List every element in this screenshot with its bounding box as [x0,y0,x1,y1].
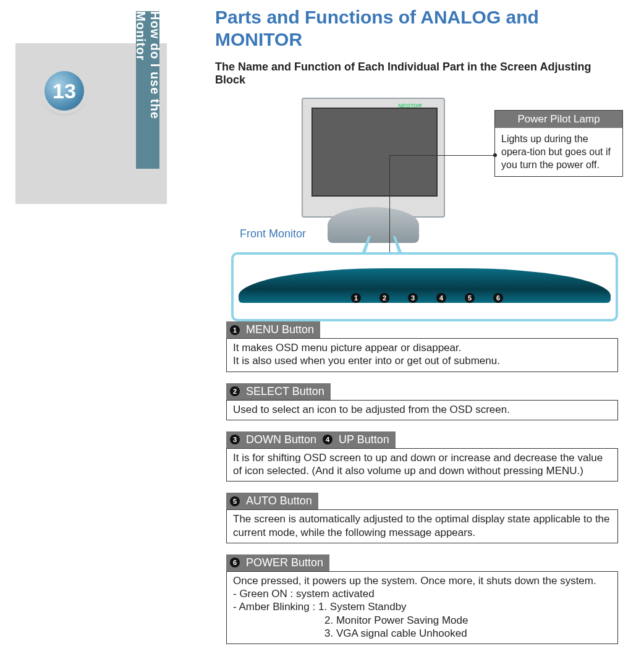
callout-title: Power Pilot Lamp [495,111,622,128]
section-body-line: Used to select an icon to be adjusted fr… [233,403,611,416]
button-strip-illustration: 123456 [231,252,618,321]
section-body: It is for shifting OSD screen to up and … [226,448,618,482]
number-badge-icon: 6 [230,558,240,567]
number-badge-icon: 3 [230,435,240,444]
button-strip-numbers: 123456 [351,293,503,303]
section-header-label: MENU Button [246,323,314,336]
section-header: 3DOWN Button4UP Button [226,431,396,448]
power-pilot-lamp-callout: Power Pilot Lamp Lights up during the op… [494,110,623,177]
section-header: 6POWER Button [226,554,329,571]
number-badge-icon: 4 [436,293,446,303]
callout-body: Lights up during the opera-tion but goes… [495,128,622,176]
section-body-line: - Green ON : system activated [233,587,611,600]
section-body: Once pressed, it powers up the system. O… [226,571,618,644]
section-body: Used to select an icon to be adjusted fr… [226,400,618,420]
section-body: It makes OSD menu picture appear or disa… [226,338,618,372]
front-monitor-label: Front Monitor [240,227,306,240]
section-body-line: 3. VGA signal cable Unhooked [233,627,611,640]
page-title: Parts and Functions of ANALOG and MONITO… [215,6,623,51]
section-header-label: POWER Button [246,556,323,569]
callout-leader-drop [389,155,390,260]
section: 6POWER ButtonOnce pressed, it powers up … [226,554,618,644]
section-body-line: It is also used when you enter into or g… [233,354,611,367]
number-badge-icon: 4 [323,435,333,444]
number-badge-icon: 1 [351,293,361,303]
section-header-label: UP Button [339,433,389,446]
number-badge-icon: 2 [379,293,389,303]
page-subtitle: The Name and Function of Each Individual… [215,61,623,87]
section-header-label: SELECT Button [246,385,324,398]
section-header: 5AUTO Button [226,493,318,509]
section-body: The screen is automatically adjusted to … [226,509,618,543]
section: 3DOWN Button4UP ButtonIt is for shifting… [226,431,618,482]
page-number-badge: 13 [44,71,84,111]
section-body-line: 2. Monitor Power Saving Mode [233,614,611,627]
section-body-line: - Amber Blinking : 1. System Standby [233,600,611,613]
section-body-line: It is for shifting OSD screen to up and … [233,451,611,478]
callout-leader-line [389,155,493,250]
number-badge-icon: 5 [230,496,240,506]
number-badge-icon: 3 [408,293,418,303]
section: 2SELECT ButtonUsed to select an icon to … [226,383,618,420]
number-badge-icon: 2 [230,386,240,396]
section-header: 2SELECT Button [226,383,331,400]
number-badge-icon: 1 [230,325,240,335]
section-body-line: It makes OSD menu picture appear or disa… [233,341,611,354]
illustration-area: NEOTOR Front Monitor Power Pilot Lamp Li… [215,98,623,326]
section-body-line: Once pressed, it powers up the system. O… [233,574,611,587]
number-badge-icon: 6 [493,293,503,303]
number-badge-icon: 5 [465,293,475,303]
section: 5AUTO ButtonThe screen is automatically … [226,493,618,543]
section-header-label: DOWN Button [246,433,316,446]
section: 1MENU ButtonIt makes OSD menu picture ap… [226,321,618,372]
section-header-label: AUTO Button [246,495,312,507]
sections-container: 1MENU ButtonIt makes OSD menu picture ap… [226,321,618,654]
section-body-line: The screen is automatically adjusted to … [233,512,611,539]
section-header: 1MENU Button [226,321,320,338]
sidebar-tab: How do I use the Monitor [136,11,159,169]
